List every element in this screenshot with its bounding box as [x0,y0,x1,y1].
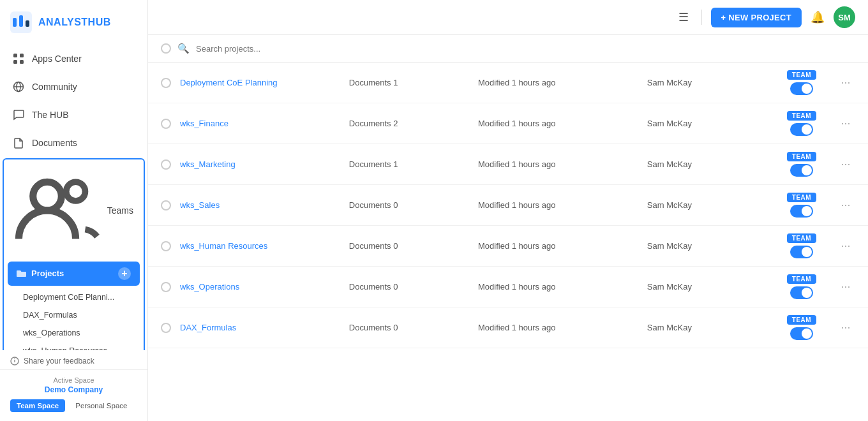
table-row: wks_Sales Documents 0 Modified 1 hours a… [148,185,868,226]
row-checkbox-3[interactable] [161,200,171,211]
project-team-area-6: TEAM [776,315,827,340]
sub-item-human-resources[interactable]: wks_Human Resources [4,342,144,350]
sidebar-item-documents[interactable]: Documents [0,129,147,157]
community-label: Community [32,82,77,92]
project-actions-2[interactable]: ··· [836,158,855,171]
user-avatar[interactable]: SM [834,6,855,28]
project-toggle-2[interactable] [790,164,813,177]
project-actions-1[interactable]: ··· [836,117,855,130]
project-toggle-4[interactable] [790,246,813,258]
documents-label: Documents [32,138,77,148]
project-actions-4[interactable]: ··· [836,239,855,253]
globe-icon [13,81,24,92]
add-project-button[interactable]: + [118,267,131,280]
row-checkbox-6[interactable] [161,323,171,333]
team-badge-4: TEAM [787,233,816,243]
search-bar-row: 🔍 [148,35,868,63]
svg-rect-2 [19,15,23,27]
project-owner-2: Sam McKay [647,159,767,169]
notification-bell-icon[interactable]: 🔔 [811,10,825,24]
project-docs-6: Documents 0 [349,323,469,332]
chat-icon [13,109,24,121]
project-owner-4: Sam McKay [647,241,767,251]
menu-icon[interactable]: ☰ [675,6,692,28]
project-name-1[interactable]: wks_Finance [180,119,340,128]
project-modified-1: Modified 1 hours ago [478,119,638,128]
sidebar-item-teams[interactable]: Teams [4,159,144,262]
project-owner-1: Sam McKay [647,119,767,128]
sub-item-operations[interactable]: wks_Operations [4,324,144,342]
projects-row[interactable]: Projects + [8,262,140,286]
project-name-0[interactable]: Deployment CoE Planning [180,78,340,87]
project-name-2[interactable]: wks_Marketing [180,159,340,169]
project-toggle-5[interactable] [790,286,813,299]
project-docs-5: Documents 0 [349,282,469,292]
sidebar-bottom-wrapper: Share your feedback Active Space Demo Co… [0,350,147,421]
project-owner-3: Sam McKay [647,200,767,210]
sidebar-item-apps-center[interactable]: Apps Center [0,45,147,73]
select-all-checkbox[interactable] [161,43,171,54]
project-docs-4: Documents 0 [349,241,469,251]
main-content: ☰ + NEW PROJECT 🔔 SM 🔍 Deployment CoE Pl… [148,0,868,421]
sidebar-item-community[interactable]: Community [0,73,147,101]
project-name-4[interactable]: wks_Human Resources [180,241,340,251]
svg-point-15 [14,358,15,360]
project-modified-5: Modified 1 hours ago [478,282,638,292]
project-owner-5: Sam McKay [647,282,767,292]
new-project-button[interactable]: + NEW PROJECT [711,8,802,27]
project-toggle-3[interactable] [790,205,813,218]
space-tabs: Team Space Personal Space [10,399,137,412]
apps-center-label: Apps Center [32,54,82,64]
team-space-tab[interactable]: Team Space [10,399,65,412]
project-team-area-5: TEAM [776,274,827,299]
project-actions-5[interactable]: ··· [836,280,855,293]
table-row: wks_Operations Documents 0 Modified 1 ho… [148,267,868,307]
project-name-3[interactable]: wks_Sales [180,200,340,210]
project-owner-0: Sam McKay [647,78,767,87]
nav-items: Apps Center Community The HUB Document [0,45,147,350]
svg-rect-7 [20,60,24,64]
project-toggle-1[interactable] [790,123,813,136]
feedback-row[interactable]: Share your feedback [0,350,147,369]
project-actions-0[interactable]: ··· [836,76,855,89]
folder-icon [17,269,26,278]
row-checkbox-5[interactable] [161,282,171,292]
the-hub-label: The HUB [32,110,69,120]
logo-area[interactable]: ANALYSTHUB [0,0,147,45]
row-checkbox-1[interactable] [161,119,171,129]
project-toggle-0[interactable] [790,82,813,95]
project-actions-3[interactable]: ··· [836,198,855,212]
sidebar-bottom: Active Space Demo Company Team Space Per… [0,369,147,421]
personal-space-tab[interactable]: Personal Space [69,399,133,412]
project-docs-1: Documents 2 [349,119,469,128]
logo-icon [10,11,32,33]
project-modified-6: Modified 1 hours ago [478,323,638,332]
svg-point-12 [66,182,86,201]
sub-item-dax[interactable]: DAX_Formulas [4,306,144,324]
doc-icon [13,137,24,149]
row-checkbox-0[interactable] [161,78,171,88]
project-docs-0: Documents 1 [349,78,469,87]
search-input[interactable] [196,44,855,54]
teams-section: Teams Projects + Deployment CoE Planni..… [3,158,145,350]
team-badge-0: TEAM [787,70,816,80]
project-team-area-1: TEAM [776,111,827,136]
sub-item-deployment[interactable]: Deployment CoE Planni... [4,288,144,306]
sidebar-item-the-hub[interactable]: The HUB [0,101,147,129]
project-docs-3: Documents 0 [349,200,469,210]
project-name-6[interactable]: DAX_Formulas [180,323,340,332]
project-name-5[interactable]: wks_Operations [180,282,340,292]
project-modified-2: Modified 1 hours ago [478,159,638,169]
feedback-icon [10,357,19,366]
company-name[interactable]: Demo Company [10,385,137,394]
project-owner-6: Sam McKay [647,323,767,332]
row-checkbox-4[interactable] [161,241,171,251]
project-team-area-4: TEAM [776,233,827,258]
svg-rect-4 [13,54,17,57]
row-checkbox-2[interactable] [161,159,171,170]
team-badge-1: TEAM [787,111,816,121]
divider [701,10,702,25]
projects-row-left: Projects [17,269,64,278]
project-actions-6[interactable]: ··· [836,321,855,334]
project-toggle-6[interactable] [790,327,813,340]
